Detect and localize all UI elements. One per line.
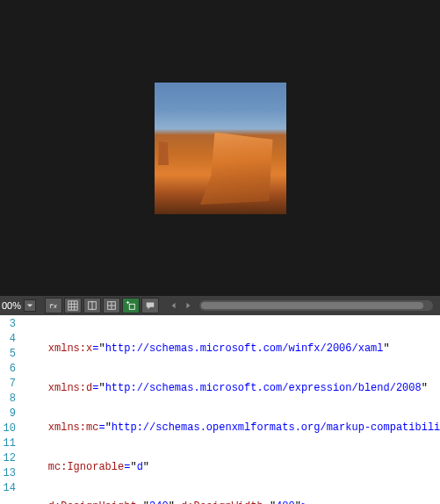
scrollbar-thumb[interactable] [201, 302, 423, 309]
zoom-dropdown[interactable] [24, 299, 36, 312]
svg-rect-1 [69, 301, 77, 310]
annotation-button[interactable] [141, 298, 159, 313]
zoom-value: 00% [2, 300, 22, 311]
next-arrow[interactable] [182, 298, 194, 313]
prev-arrow[interactable] [168, 298, 180, 313]
design-canvas [10, 0, 431, 298]
code-area[interactable]: xmlns:x="http://schemas.microsoft.com/wi… [19, 315, 440, 504]
image-preview[interactable] [155, 83, 286, 214]
snap-grid-button[interactable] [103, 298, 120, 313]
svg-text:fx: fx [49, 303, 58, 310]
effects-button[interactable]: fx [45, 298, 62, 313]
designer-toolbar: 00% fx [0, 296, 440, 315]
add-snapline-button[interactable] [122, 298, 140, 313]
horizontal-scrollbar[interactable] [199, 300, 433, 311]
code-editor[interactable]: 3 4 5 6 7 8 9 10 11 12 13 14 xmlns:x="ht… [0, 315, 440, 504]
grid-button[interactable] [64, 298, 82, 313]
snapline-button[interactable] [83, 298, 101, 313]
line-gutter: 3 4 5 6 7 8 9 10 11 12 13 14 [0, 315, 19, 504]
design-surface[interactable] [0, 0, 440, 296]
svg-rect-11 [129, 304, 134, 309]
